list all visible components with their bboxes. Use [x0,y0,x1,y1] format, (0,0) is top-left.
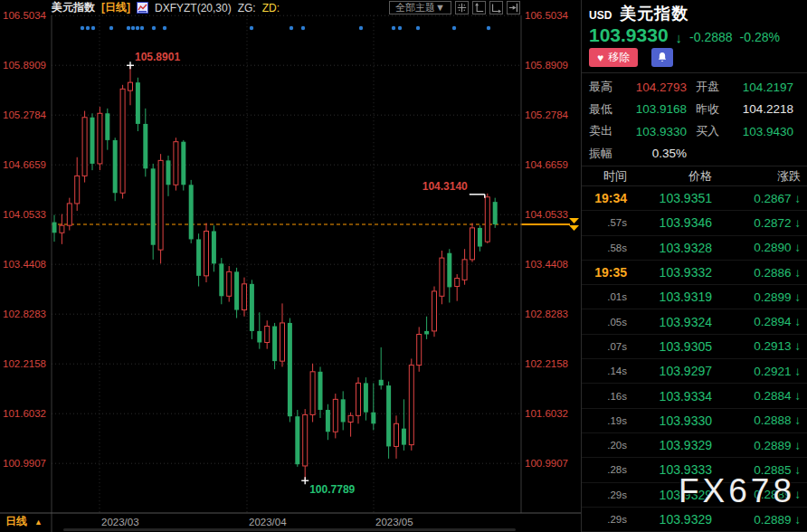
candle [364,377,368,421]
candle [60,214,64,244]
candle [424,317,429,339]
candle [151,164,156,260]
candle [136,78,140,131]
down-arrow-icon: ↓ [794,413,801,427]
candle [303,409,308,480]
tick-change: 0.2899 ↓ [732,290,801,304]
tick-change: 0.2921 ↓ [732,365,801,378]
svg-text:100.9907: 100.9907 [525,458,568,469]
candle [402,399,406,451]
tick-time: .29s [589,489,627,500]
candle [265,320,270,348]
down-arrow-icon: ↓ [794,513,801,527]
candle [174,138,178,190]
tick-row: .58s103.93280.2890 ↓ [582,236,807,261]
tick-change: 0.2872 ↓ [732,216,801,230]
tick-change: 0.2888 ↓ [732,413,801,427]
tick-price: 103.9334 [627,389,732,404]
candle [470,223,475,261]
candlestick-chart-canvas[interactable]: 105.8901104.3140100.7789106.5034106.5034… [0,0,581,532]
remove-button-label: 移除 [608,50,630,65]
candle [227,266,232,302]
tick-price: 103.9346 [627,215,732,230]
candle [212,225,216,271]
svg-text:102.2158: 102.2158 [3,358,46,369]
instrument-name: 美元指数 [620,3,688,24]
candle [128,65,133,105]
tick-row: .05s103.93240.2894 ↓ [582,309,807,334]
candle [371,383,375,430]
last-price-row: 103.9330 ↓ -0.2888 -0.28% [589,24,780,46]
svg-text:106.5034: 106.5034 [3,10,47,21]
stat-value: 104.2197 [719,81,793,94]
event-dots [81,26,490,30]
candle [356,377,361,423]
remove-watchlist-button[interactable]: ♥ 移除 [589,48,638,67]
candle [326,404,330,441]
svg-text:100.7789: 100.7789 [309,483,355,496]
tick-time: .16s [589,391,627,402]
quote-actions: ♥ 移除 [589,48,673,67]
svg-text:105.2784: 105.2784 [525,109,569,120]
down-arrow-icon: ↓ [794,266,801,280]
candle [310,364,315,423]
tick-time: .19s [589,415,627,426]
svg-text:103.4408: 103.4408 [525,259,568,270]
tick-row: .20s103.93290.2889 ↓ [582,433,807,458]
trading-terminal: 105.8901104.3140100.7789106.5034106.5034… [0,0,807,532]
symbol-title: 美元指数 [52,0,95,15]
tick-time: .05s [589,317,627,328]
candle [158,154,163,263]
down-arrow-icon: ↓ [794,290,801,304]
alert-bell-button[interactable] [651,48,673,67]
stat-买入: 买入103.9430 [696,120,802,143]
candle [493,198,498,228]
svg-text:104.3140: 104.3140 [422,180,468,193]
svg-text:100.9907: 100.9907 [3,458,46,469]
price-change-percent: -0.28% [740,30,780,44]
currency-code: USD [589,9,612,22]
tick-row: .29s103.93290.2889 ↓ [582,508,807,532]
mini-chart-icon [137,2,148,14]
col-header-time: 时间 [589,168,627,185]
tick-change: 0.2894 ↓ [732,315,801,328]
tick-change: 0.2884 ↓ [732,389,801,403]
pan-right-icon[interactable] [507,1,520,14]
zd-label: ZD: [262,2,280,14]
bell-icon [657,52,668,63]
candle [288,318,292,423]
chart-horizontal-scrollbar[interactable] [63,528,516,531]
stat-value: 103.9430 [719,125,793,138]
down-arrow-icon: ↓ [794,488,801,501]
candle [143,109,147,176]
tick-change: 0.2867 ↓ [732,192,801,205]
candle [113,138,118,201]
crosshair-icon[interactable] [455,1,469,14]
tick-change: 0.2886 ↓ [732,266,801,280]
candle [417,327,422,371]
tick-row: .57s103.93460.2872 ↓ [582,211,807,235]
tick-row: 19:35103.93320.2886 ↓ [582,261,807,285]
candle [120,85,125,199]
tick-change: 0.2889 ↓ [732,513,801,527]
axis-labels: 106.5034106.5034105.8909105.8909105.2784… [3,10,569,527]
stat-label: 最低 [589,101,612,118]
svg-text:2023/03: 2023/03 [101,517,139,527]
y-axis-scale-icon[interactable] [472,1,486,14]
svg-text:104.0533: 104.0533 [3,209,46,220]
themes-dropdown-button[interactable]: 全部主题▼ [389,1,451,14]
candle [82,111,87,183]
tick-price: 103.9305 [627,339,732,354]
tick-price: 103.9351 [627,191,732,205]
down-arrow-icon: ↓ [794,439,801,452]
x-axis-scale-icon[interactable] [489,1,503,14]
col-header-change: 涨跌 [732,168,801,185]
stat-value: 104.2793 [612,81,687,94]
tick-row: .01s103.93190.2899 ↓ [582,285,807,309]
tick-time: .20s [589,440,627,451]
price-marker-icon [569,218,579,231]
tick-time: .28s [589,464,627,475]
candle [348,413,353,437]
candle [485,194,489,243]
period-tab-daily[interactable]: 日线 ▲ [5,514,43,529]
